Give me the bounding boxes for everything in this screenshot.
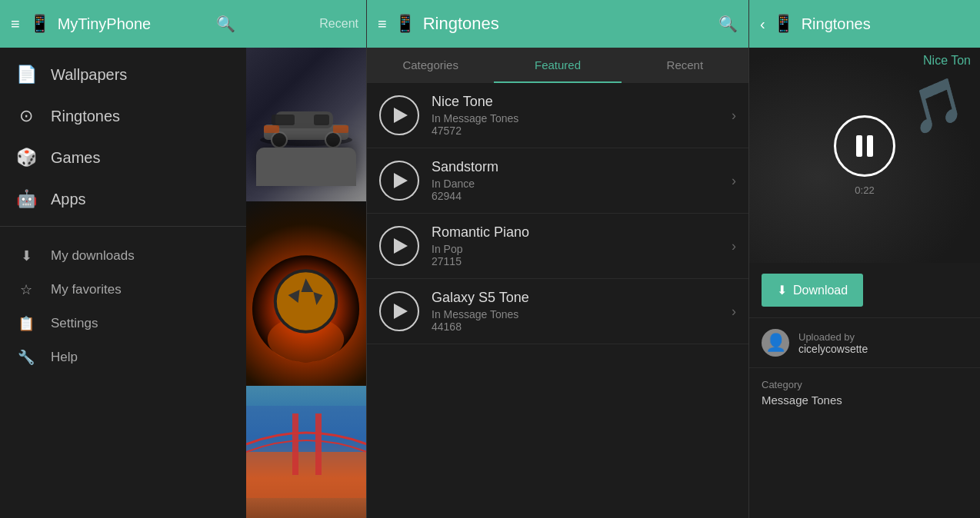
- nav-divider: [0, 226, 246, 227]
- downloads-icon: ⬇: [15, 247, 37, 264]
- ringtone-category-2: In Pop: [432, 243, 719, 255]
- chevron-right-icon: ›: [732, 173, 736, 189]
- play-triangle-icon: [394, 108, 408, 123]
- ringtone-category-0: In Message Tones: [432, 112, 719, 125]
- svg-rect-19: [315, 413, 322, 475]
- svg-point-3: [272, 132, 287, 148]
- ringtone-info-3: Galaxy S5 Tone In Message Tones 44168: [432, 290, 719, 333]
- download-icon: ⬇: [777, 283, 787, 297]
- list-item[interactable]: Romantic Piano In Pop 27115 ›: [367, 214, 748, 279]
- car-image: [246, 48, 366, 201]
- ringtones-icon: ⊙: [15, 106, 37, 126]
- play-button-1[interactable]: [379, 161, 419, 201]
- ringtone-category-1: In Dance: [432, 178, 719, 190]
- sidebar-item-label-help: Help: [51, 350, 78, 365]
- list-item[interactable]: Nice Tone In Message Tones 47572 ›: [367, 83, 748, 148]
- ringtone-name-0: Nice Tone: [432, 94, 719, 110]
- pause-button[interactable]: [834, 115, 895, 177]
- sidebar-item-wallpapers[interactable]: 📄 Wallpapers: [0, 54, 246, 95]
- panel2-header: ≡ 📱 Ringtones 🔍: [367, 0, 748, 48]
- chevron-right-icon: ›: [732, 304, 736, 320]
- soccer-image: [246, 201, 366, 386]
- sidebar-header: ≡ 📱 MyTinyPhone 🔍: [0, 0, 246, 48]
- ringtone-count-3: 44168: [432, 320, 719, 333]
- sidebar: ≡ 📱 MyTinyPhone 🔍 📄 Wallpapers ⊙ Rington…: [0, 0, 246, 518]
- partial-header: Recent: [246, 0, 366, 48]
- sidebar-nav-secondary: ⬇ My downloads ☆ My favorites 📋 Settings…: [0, 233, 246, 374]
- sidebar-item-label-ringtones: Ringtones: [51, 108, 120, 125]
- ringtone-info-0: Nice Tone In Message Tones 47572: [432, 94, 719, 137]
- avatar: 👤: [762, 329, 789, 357]
- ringtone-list: Nice Tone In Message Tones 47572 › Sands…: [367, 83, 748, 518]
- tab-featured[interactable]: Featured: [494, 48, 621, 83]
- svg-rect-7: [264, 125, 279, 133]
- pause-bar-left: [856, 135, 862, 157]
- panel-ringtones: ≡ 📱 Ringtones 🔍 Categories Featured Rece…: [367, 0, 749, 518]
- sidebar-item-games[interactable]: 🎲 Games: [0, 137, 246, 178]
- play-button-3[interactable]: [379, 291, 419, 331]
- panel3-title: Ringtones: [802, 15, 969, 33]
- pause-bar-right: [867, 135, 873, 157]
- svg-rect-6: [314, 115, 329, 125]
- play-button-2[interactable]: [379, 226, 419, 266]
- download-button[interactable]: ⬇ Download: [762, 274, 863, 307]
- sidebar-item-label-games: Games: [51, 149, 100, 167]
- play-triangle-icon: [394, 173, 408, 188]
- category-value: Message Tones: [762, 393, 968, 407]
- category-label: Category: [762, 379, 968, 390]
- sidebar-item-settings[interactable]: 📋 Settings: [0, 307, 246, 340]
- phone-icon: 📱: [29, 14, 50, 34]
- ringtone-count-1: 62944: [432, 190, 719, 202]
- uploader-name: cicelycowsette: [798, 343, 868, 355]
- tab-categories[interactable]: Categories: [367, 48, 494, 83]
- sidebar-item-label-wallpapers: Wallpapers: [51, 66, 127, 84]
- download-label: Download: [793, 284, 848, 297]
- sidebar-item-apps[interactable]: 🤖 Apps: [0, 178, 246, 220]
- download-section: ⬇ Download: [749, 263, 980, 318]
- avatar-icon: 👤: [765, 333, 786, 353]
- sidebar-item-downloads[interactable]: ⬇ My downloads: [0, 239, 246, 273]
- svg-rect-16: [246, 406, 366, 452]
- list-item[interactable]: Sandstorm In Dance 62944 ›: [367, 148, 748, 214]
- hamburger-icon[interactable]: ≡: [11, 15, 20, 33]
- panel2-search-icon[interactable]: 🔍: [718, 15, 738, 33]
- uploaded-by-label: Uploaded by: [798, 331, 868, 343]
- sidebar-item-label-apps: Apps: [51, 191, 86, 208]
- time-label: 0:22: [855, 184, 874, 196]
- category-section: Category Message Tones: [749, 368, 980, 417]
- panel2-phone-icon: 📱: [395, 14, 415, 34]
- back-icon[interactable]: ‹: [760, 15, 765, 33]
- favorites-icon: ☆: [15, 281, 37, 298]
- svg-rect-18: [292, 413, 298, 475]
- svg-rect-17: [246, 452, 366, 498]
- sidebar-item-help[interactable]: 🔧 Help: [0, 340, 246, 374]
- sidebar-item-favorites[interactable]: ☆ My favorites: [0, 273, 246, 307]
- ringtone-count-2: 27115: [432, 255, 719, 267]
- search-icon[interactable]: 🔍: [216, 15, 235, 33]
- svg-rect-8: [333, 125, 348, 133]
- tabs-bar: Categories Featured Recent: [367, 48, 748, 83]
- play-button-0[interactable]: [379, 95, 419, 135]
- ringtone-name-3: Galaxy S5 Tone: [432, 290, 719, 306]
- panel2-title: Ringtones: [423, 14, 711, 34]
- ringtone-count-0: 47572: [432, 125, 719, 137]
- tab-recent[interactable]: Recent: [622, 48, 748, 83]
- sidebar-item-label-favorites: My favorites: [51, 282, 122, 297]
- pause-bars: [856, 135, 873, 157]
- panel3-header: ‹ 📱 Ringtones: [749, 0, 980, 48]
- panel2-hamburger-icon[interactable]: ≡: [378, 15, 387, 33]
- panel3-phone-icon: 📱: [773, 14, 794, 34]
- sidebar-item-ringtones[interactable]: ⊙ Ringtones: [0, 95, 246, 137]
- list-item[interactable]: Galaxy S5 Tone In Message Tones 44168 ›: [367, 279, 748, 344]
- svg-point-4: [325, 132, 341, 148]
- play-triangle-icon: [394, 304, 408, 319]
- svg-rect-5: [272, 115, 295, 125]
- panel-sidebar: ≡ 📱 MyTinyPhone 🔍 📄 Wallpapers ⊙ Rington…: [0, 0, 367, 518]
- app-title: MyTinyPhone: [58, 15, 208, 33]
- uploader-info: Uploaded by cicelycowsette: [798, 331, 868, 355]
- ringtone-info-2: Romantic Piano In Pop 27115: [432, 224, 719, 267]
- ringtone-info-1: Sandstorm In Dance 62944: [432, 159, 719, 202]
- image-block: [246, 48, 366, 518]
- partial-text: Recent: [319, 17, 358, 31]
- ringtone-category-3: In Message Tones: [432, 308, 719, 320]
